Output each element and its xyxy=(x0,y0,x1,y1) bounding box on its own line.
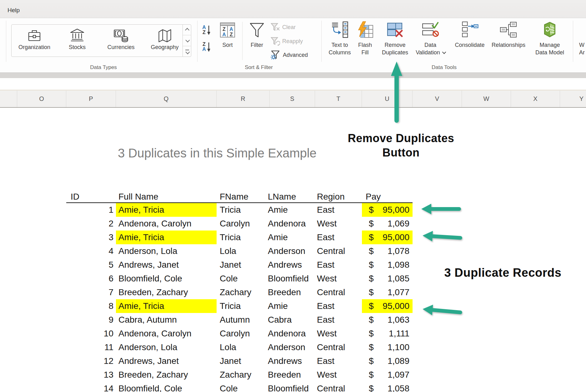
cell-region[interactable]: East xyxy=(315,354,362,368)
cell-id[interactable]: 7 xyxy=(66,285,113,299)
cell-full-name[interactable]: Andenora, Carolyn xyxy=(116,327,217,340)
table-header-pay[interactable]: Pay xyxy=(362,191,381,202)
cell-full-name[interactable]: Andrews, Janet xyxy=(116,354,217,368)
cell-id[interactable]: 2 xyxy=(66,217,113,231)
column-header-Y[interactable]: Y xyxy=(560,91,586,107)
relationships-button[interactable]: Relationships xyxy=(492,21,525,49)
gallery-more-button[interactable] xyxy=(183,46,191,57)
cell-pay[interactable]: $1,098 xyxy=(362,258,413,272)
cell-pay[interactable]: $95,000 xyxy=(362,203,413,217)
cell-fname[interactable]: Tricia xyxy=(217,299,266,313)
manage-data-model-button[interactable]: Manage Data Model xyxy=(535,21,564,56)
cell-pay[interactable]: $95,000 xyxy=(362,231,413,244)
text-to-columns-button[interactable]: Text to Columns xyxy=(328,21,351,56)
cell-id[interactable]: 14 xyxy=(66,382,113,392)
cell-lname[interactable]: Bloomfield xyxy=(266,382,315,392)
cell-full-name[interactable]: Amie, Tricia xyxy=(116,299,217,313)
cell-region[interactable]: Central xyxy=(315,285,362,299)
cell-region[interactable]: Central xyxy=(315,244,362,258)
cell-lname[interactable]: Amie xyxy=(266,231,315,244)
cell-lname[interactable]: Andenora xyxy=(266,327,315,340)
cell-region[interactable]: Central xyxy=(315,382,362,392)
data-type-currencies[interactable]: Currencies xyxy=(107,28,134,50)
cell-region[interactable]: East xyxy=(315,231,362,244)
gallery-scroll-up-button[interactable] xyxy=(183,24,191,35)
cell-lname[interactable]: Breeden xyxy=(266,285,315,299)
cell-lname[interactable]: Bloomfield xyxy=(266,272,315,285)
table-header-lname[interactable]: LName xyxy=(266,191,296,202)
cell-pay[interactable]: $1,077 xyxy=(362,285,413,299)
cell-pay[interactable]: $1,085 xyxy=(362,272,413,285)
column-header-W[interactable]: W xyxy=(462,91,511,107)
cell-pay[interactable]: $95,000 xyxy=(362,299,413,313)
sort-button[interactable]: Z A A Z Sort xyxy=(219,22,236,48)
cell-fname[interactable]: Cole xyxy=(217,382,266,392)
cell-fname[interactable]: Janet xyxy=(217,258,266,272)
cell-fname[interactable]: Carolyn xyxy=(217,217,266,231)
data-type-geography[interactable]: Geography xyxy=(151,28,178,50)
cell-id[interactable]: 9 xyxy=(66,313,113,327)
cell-fname[interactable]: Carolyn xyxy=(217,327,266,340)
cell-full-name[interactable]: Breeden, Zachary xyxy=(116,285,217,299)
cell-fname[interactable]: Cole xyxy=(217,272,266,285)
cell-fname[interactable]: Janet xyxy=(217,354,266,368)
cell-pay[interactable]: $1,058 xyxy=(362,382,413,392)
cell-fname[interactable]: Zachary xyxy=(217,368,266,382)
cell-full-name[interactable]: Anderson, Lola xyxy=(116,340,217,354)
advanced-filter-button[interactable]: Advanced xyxy=(271,50,308,60)
column-header-partial[interactable] xyxy=(0,91,17,107)
sort-descending-button[interactable]: ZA xyxy=(201,42,215,55)
column-header-R[interactable]: R xyxy=(217,91,270,107)
cell-id[interactable]: 10 xyxy=(66,327,113,340)
column-header-V[interactable]: V xyxy=(413,91,462,107)
cell-region[interactable]: West xyxy=(315,327,362,340)
cell-full-name[interactable]: Bloomfield, Cole xyxy=(116,272,217,285)
filter-button[interactable]: Filter xyxy=(249,22,264,48)
table-header-fullname[interactable]: Full Name xyxy=(116,191,158,202)
cell-lname[interactable]: Anderson xyxy=(266,340,315,354)
cell-region[interactable]: West xyxy=(315,217,362,231)
cell-full-name[interactable]: Andenora, Carolyn xyxy=(116,217,217,231)
cell-id[interactable]: 3 xyxy=(66,231,113,244)
tab-help[interactable]: Help xyxy=(8,3,20,17)
cell-lname[interactable]: Andrews xyxy=(266,354,315,368)
cell-id[interactable]: 5 xyxy=(66,258,113,272)
cell-full-name[interactable]: Amie, Tricia xyxy=(116,231,217,244)
cell-fname[interactable]: Lola xyxy=(217,244,266,258)
cell-id[interactable]: 6 xyxy=(66,272,113,285)
cell-id[interactable]: 11 xyxy=(66,340,113,354)
sort-ascending-button[interactable]: AZ xyxy=(201,25,215,38)
cell-lname[interactable]: Andenora xyxy=(266,217,315,231)
cell-lname[interactable]: Amie xyxy=(266,203,315,217)
cell-lname[interactable]: Cabra xyxy=(266,313,315,327)
table-header-region[interactable]: Region xyxy=(315,191,345,202)
cell-region[interactable]: West xyxy=(315,272,362,285)
cell-region[interactable]: West xyxy=(315,368,362,382)
clear-filter-button[interactable]: Clear xyxy=(271,22,296,32)
cell-region[interactable]: East xyxy=(315,258,362,272)
column-header-U[interactable]: U xyxy=(362,91,413,107)
column-header-Q[interactable]: Q xyxy=(116,91,217,107)
what-if-analysis-button-partial[interactable]: W Ar xyxy=(579,41,585,56)
cell-id[interactable]: 13 xyxy=(66,368,113,382)
data-type-organization[interactable]: Organization xyxy=(18,28,50,50)
cell-id[interactable]: 4 xyxy=(66,244,113,258)
data-type-stocks[interactable]: Stocks xyxy=(69,28,86,50)
column-header-P[interactable]: P xyxy=(66,91,116,107)
cell-id[interactable]: 12 xyxy=(66,354,113,368)
cell-pay[interactable]: $1,111 xyxy=(362,327,413,340)
gallery-scroll-down-button[interactable] xyxy=(183,35,191,46)
cell-fname[interactable]: Tricia xyxy=(217,231,266,244)
cell-fname[interactable]: Tricia xyxy=(217,203,266,217)
cell-pay[interactable]: $1,078 xyxy=(362,244,413,258)
cell-pay[interactable]: $1,100 xyxy=(362,340,413,354)
flash-fill-button[interactable]: Flash Fill xyxy=(357,21,373,56)
formula-bar-area[interactable] xyxy=(0,78,586,90)
table-header-id[interactable]: ID xyxy=(66,191,113,202)
cell-full-name[interactable]: Amie, Tricia xyxy=(116,203,217,217)
cell-lname[interactable]: Anderson xyxy=(266,244,315,258)
cell-pay[interactable]: $1,089 xyxy=(362,354,413,368)
cell-region[interactable]: East xyxy=(315,313,362,327)
cell-full-name[interactable]: Bloomfield, Cole xyxy=(116,382,217,392)
column-header-O[interactable]: O xyxy=(17,91,66,107)
